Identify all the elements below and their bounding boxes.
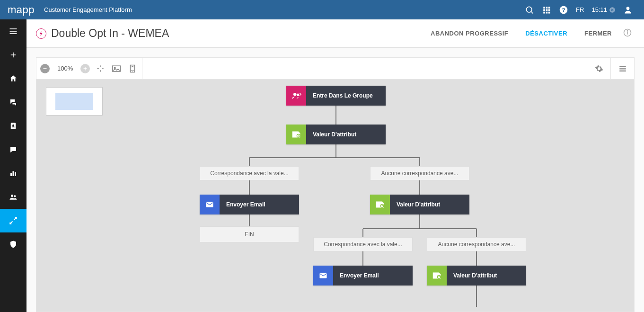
apps-icon[interactable] xyxy=(538,1,555,18)
svg-rect-60 xyxy=(206,202,213,207)
clock-close-icon[interactable] xyxy=(609,7,616,13)
fit-width-icon[interactable] xyxy=(111,63,122,74)
settings-icon[interactable] xyxy=(587,58,610,79)
attribute-icon: ? xyxy=(370,195,390,214)
svg-point-31 xyxy=(627,30,628,31)
svg-rect-6 xyxy=(546,9,548,11)
nav-analytics-icon[interactable] xyxy=(0,161,26,185)
center-icon[interactable] xyxy=(95,63,106,74)
list-view-icon[interactable] xyxy=(610,58,634,79)
svg-rect-8 xyxy=(543,11,545,13)
svg-text:?: ? xyxy=(298,135,299,137)
minimap[interactable] xyxy=(46,87,103,116)
svg-point-14 xyxy=(626,7,630,10)
attribute-icon: ? xyxy=(427,266,447,285)
nav-audience-icon[interactable] xyxy=(0,185,26,209)
branch-nomatch-1[interactable]: Aucune correspondance ave... xyxy=(370,166,469,180)
svg-point-21 xyxy=(12,125,14,126)
svg-rect-44 xyxy=(619,70,626,71)
svg-rect-23 xyxy=(13,171,14,177)
canvas-toolbar: 100% xyxy=(36,58,634,80)
nav-menu-icon[interactable] xyxy=(0,19,26,43)
svg-point-57 xyxy=(297,94,299,96)
svg-rect-10 xyxy=(548,11,550,13)
title-bar: Double Opt In - WEMEA ABANDON PROGRESSIF… xyxy=(26,19,644,48)
action-disable[interactable]: DÉSACTIVER xyxy=(517,30,576,37)
node-attribute-1[interactable]: ? Valeur D'attribut xyxy=(286,125,386,144)
zoom-in-icon[interactable] xyxy=(80,64,90,73)
svg-point-25 xyxy=(11,195,13,197)
branch-match-2[interactable]: Correspondance avec la vale... xyxy=(313,237,413,251)
page-title: Double Opt In - WEMEA xyxy=(51,27,169,40)
group-enter-icon xyxy=(286,86,306,106)
fit-height-icon[interactable] xyxy=(127,63,138,74)
clock: 15:11 xyxy=(588,6,619,13)
diagram-area[interactable]: Entre Dans Le Groupe ? Valeur D'attribut… xyxy=(36,80,634,312)
svg-point-56 xyxy=(293,93,296,96)
platform-name: Customer Engagement Platform xyxy=(44,6,132,13)
nav-contacts-icon[interactable] xyxy=(0,114,26,138)
nav-message-icon[interactable] xyxy=(0,138,26,161)
svg-rect-4 xyxy=(548,7,550,9)
svg-line-1 xyxy=(531,11,533,13)
svg-rect-5 xyxy=(543,9,545,11)
email-icon xyxy=(313,266,333,285)
search-icon[interactable] xyxy=(521,1,538,18)
branch-match-1[interactable]: Correspondance avec la vale... xyxy=(200,166,299,180)
node-attribute-3[interactable]: ? Valeur D'attribut xyxy=(427,266,526,285)
zoom-out-icon[interactable] xyxy=(40,64,50,73)
node-email-2[interactable]: Envoyer Email xyxy=(313,266,413,285)
svg-rect-3 xyxy=(546,7,548,9)
nav-chat-icon[interactable] xyxy=(0,90,26,114)
nav-add-icon[interactable] xyxy=(0,43,26,67)
help-icon[interactable]: ? xyxy=(555,1,572,18)
whiteboard-bolt-icon xyxy=(36,28,46,39)
language-selector[interactable]: FR xyxy=(572,6,588,13)
svg-rect-42 xyxy=(619,66,626,67)
node-email-1[interactable]: Envoyer Email xyxy=(200,195,299,214)
svg-rect-63 xyxy=(320,273,327,278)
svg-rect-9 xyxy=(546,11,548,13)
svg-text:?: ? xyxy=(562,7,565,13)
main-content: Double Opt In - WEMEA ABANDON PROGRESSIF… xyxy=(26,19,644,312)
email-icon xyxy=(200,195,220,214)
svg-text:?: ? xyxy=(438,276,440,278)
canvas: 100% xyxy=(36,57,635,312)
left-rail xyxy=(0,19,26,312)
top-header: mapp Customer Engagement Platform ? FR 1… xyxy=(0,0,644,19)
action-abandon[interactable]: ABANDON PROGRESSIF xyxy=(422,30,517,37)
attribute-icon: ? xyxy=(286,125,306,144)
svg-point-26 xyxy=(14,195,16,197)
svg-rect-43 xyxy=(619,68,626,69)
action-close[interactable]: FERMER xyxy=(576,30,620,37)
nav-home-icon[interactable] xyxy=(0,67,26,90)
nav-security-icon[interactable] xyxy=(0,232,26,256)
svg-rect-2 xyxy=(543,7,545,9)
info-icon[interactable] xyxy=(620,28,635,39)
svg-text:?: ? xyxy=(381,205,383,207)
svg-rect-22 xyxy=(10,173,12,176)
node-attribute-2[interactable]: ? Valeur D'attribut xyxy=(370,195,469,214)
nav-whiteboard-icon[interactable] xyxy=(0,209,26,232)
node-trigger[interactable]: Entre Dans Le Groupe xyxy=(286,86,386,106)
branch-nomatch-2[interactable]: Aucune correspondance ave... xyxy=(427,237,526,251)
svg-rect-7 xyxy=(548,9,550,11)
user-icon[interactable] xyxy=(619,1,636,18)
node-end[interactable]: FIN xyxy=(200,226,299,242)
brand-logo: mapp xyxy=(8,4,35,16)
svg-point-0 xyxy=(526,7,532,12)
zoom-level: 100% xyxy=(54,65,76,72)
svg-rect-24 xyxy=(15,172,16,176)
